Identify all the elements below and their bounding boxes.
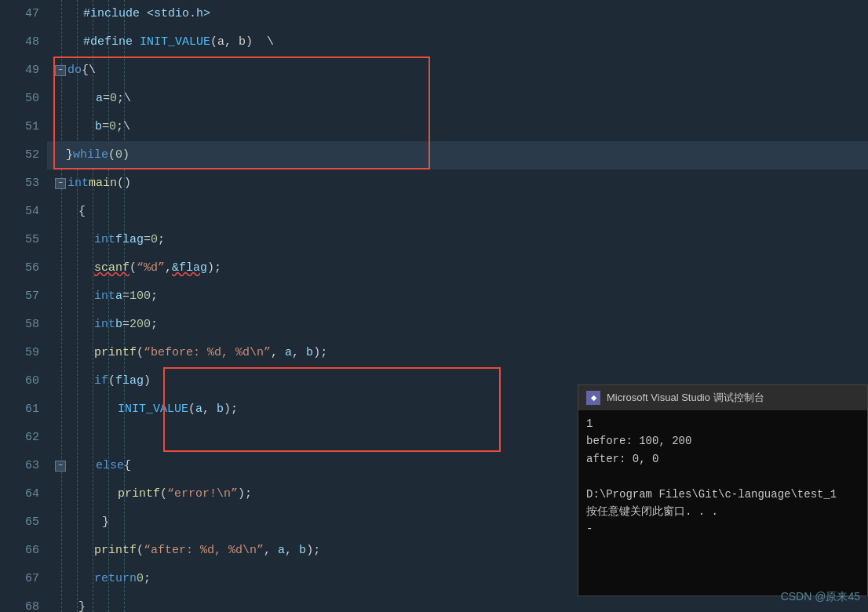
num-100: 100: [129, 282, 151, 311]
fold-icon-53[interactable]: −: [55, 178, 66, 189]
code-line-50: a = 0 ;\: [47, 85, 868, 113]
csdn-watermark: CSDN @原来45: [781, 590, 860, 604]
num-0-55: 0: [151, 226, 158, 254]
code-line-55: int flag = 0 ;: [47, 226, 868, 254]
ln-54: 54: [0, 198, 39, 226]
ln-67: 67: [0, 565, 39, 593]
var-b-58: b: [115, 311, 122, 339]
ln-50: 50: [0, 85, 39, 113]
int-keyword-53: int: [67, 169, 89, 198]
int-kw-57: int: [94, 282, 115, 311]
scanf-fmt: “%d”: [137, 254, 165, 282]
ln-55: 55: [0, 226, 39, 254]
code-line-56: scanf ( “%d” , &flag );: [47, 254, 868, 282]
var-a-61: a: [195, 395, 202, 424]
line-numbers: 47 48 49 50 51 52 53 54 55 56 57 58 59 6…: [0, 0, 47, 612]
ln-63: 63: [0, 452, 39, 480]
var-b-51: b: [74, 113, 102, 141]
return-kw: return: [94, 565, 137, 593]
var-a-66: a: [278, 537, 285, 565]
ln-64: 64: [0, 480, 39, 508]
ln-48: 48: [0, 28, 39, 56]
int-kw-55: int: [94, 226, 115, 254]
main-fn: main: [89, 169, 117, 198]
ln-65: 65: [0, 508, 39, 537]
code-line-53: −int main(): [47, 169, 868, 198]
num-0-51: 0: [109, 113, 116, 141]
console-panel: ◆ Microsoft Visual Studio 调试控制台 1 before…: [578, 384, 868, 596]
vs-icon: ◆: [586, 391, 600, 405]
close-brace-65: }: [102, 508, 109, 537]
code-line-48: #define INIT_VALUE(a, b) \: [47, 28, 868, 56]
macro-call: INIT_VALUE: [118, 395, 188, 424]
var-b-66: b: [299, 537, 306, 565]
int-kw-58: int: [94, 311, 115, 339]
num-200: 200: [129, 311, 151, 339]
var-a-50: a: [75, 85, 103, 113]
ln-57: 57: [0, 282, 39, 311]
open-brace-54: {: [78, 198, 86, 226]
var-a-57: a: [115, 282, 122, 311]
ln-47: 47: [0, 0, 39, 28]
console-output-5: D:\Program Files\Git\c-language\test_1: [586, 486, 859, 503]
code-line-57: int a = 100 ;: [47, 282, 868, 311]
ln-58: 58: [0, 311, 39, 339]
num-0-67: 0: [137, 565, 144, 593]
ln-52: 52: [0, 141, 39, 169]
fold-icon-63[interactable]: −: [55, 461, 66, 472]
flag-cond: flag: [115, 367, 144, 395]
num-0-52: 0: [115, 141, 122, 169]
ln-62: 62: [0, 424, 39, 452]
console-cursor: -: [586, 520, 859, 537]
printf-fmt-59: “before: %d, %d\n”: [144, 339, 271, 367]
else-kw: else: [96, 452, 124, 480]
ln-53: 53: [0, 169, 39, 198]
code-line-58: int b = 200 ;: [47, 311, 868, 339]
ln-60: 60: [0, 367, 39, 395]
printf-fmt-64: “error!\n”: [167, 480, 238, 508]
code-line-47: #include <stdio.h>: [47, 0, 868, 28]
ln-51: 51: [0, 113, 39, 141]
printf-fn-64: printf: [118, 480, 160, 508]
var-b-61: b: [217, 395, 224, 424]
ln-68: 68: [0, 593, 39, 612]
ln-66: 66: [0, 537, 39, 565]
flag-ref: &flag: [172, 254, 207, 282]
do-brace: {\: [82, 56, 96, 85]
code-text-47: #include <stdio.h>: [55, 0, 210, 28]
close-brace-68: }: [78, 593, 86, 612]
console-title: Microsoft Visual Studio 调试控制台: [607, 391, 764, 405]
code-line-54: {: [47, 198, 868, 226]
ln-61: 61: [0, 395, 39, 424]
console-output-6: 按任意键关闭此窗口. . .: [586, 503, 859, 520]
while-keyword: while: [73, 141, 108, 169]
ln-49: 49: [0, 56, 39, 85]
ln-56: 56: [0, 254, 39, 282]
fold-icon-49[interactable]: −: [55, 65, 66, 76]
do-keyword: do: [67, 56, 82, 85]
var-a-59: a: [285, 339, 292, 367]
code-line-51: b = 0 ;\: [47, 113, 868, 141]
var-b-59: b: [306, 339, 313, 367]
printf-fmt-66: “after: %d, %d\n”: [144, 537, 264, 565]
console-output-2: before: 100, 200: [586, 432, 859, 450]
code-line-59: printf ( “before: %d, %d\n” , a , b );: [47, 339, 868, 367]
flag-var: flag: [115, 226, 144, 254]
printf-fn-59: printf: [94, 339, 137, 367]
scanf-fn: scanf: [94, 254, 129, 282]
printf-fn-66: printf: [94, 537, 137, 565]
assign-b: =: [102, 113, 109, 141]
num-0-50: 0: [110, 85, 117, 113]
code-line-52: }while(0): [47, 141, 868, 169]
if-kw: if: [94, 367, 108, 395]
ln-59: 59: [0, 339, 39, 367]
assign-a: =: [103, 85, 110, 113]
code-line-49: −do{\: [47, 56, 868, 85]
console-output-3: after: 0, 0: [586, 450, 859, 468]
code-text-48: #define INIT_VALUE(a, b) \: [55, 28, 274, 56]
editor-container: 47 48 49 50 51 52 53 54 55 56 57 58 59 6…: [0, 0, 868, 612]
console-body: 1 before: 100, 200 after: 0, 0 D:\Progra…: [578, 410, 867, 543]
console-title-bar: ◆ Microsoft Visual Studio 调试控制台: [578, 385, 867, 410]
console-output-1: 1: [586, 415, 859, 432]
console-output-4: [586, 468, 859, 485]
